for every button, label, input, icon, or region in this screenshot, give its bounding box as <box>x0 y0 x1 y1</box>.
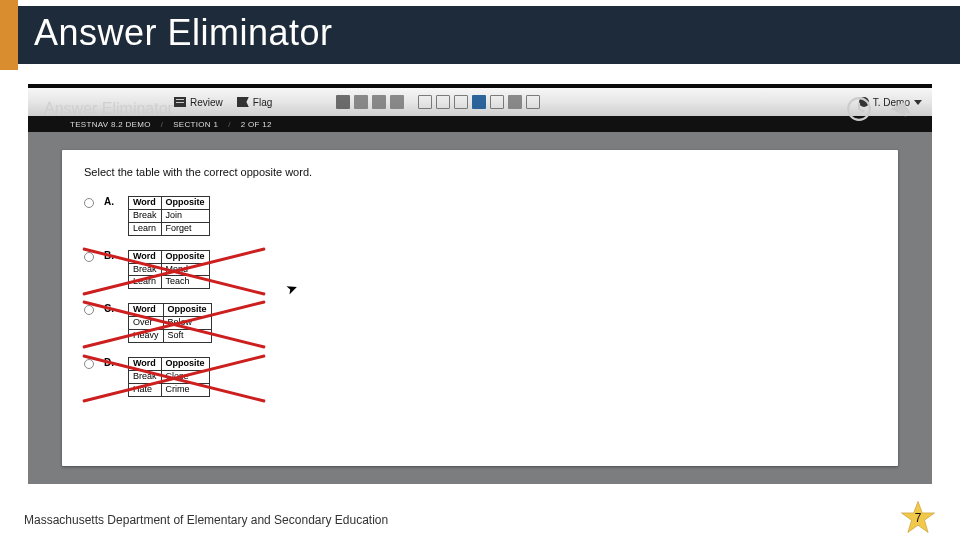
tool-icon[interactable] <box>418 95 432 109</box>
table-cell: Forget <box>161 222 209 235</box>
crumb-sep: / <box>161 120 164 129</box>
tool-icon[interactable] <box>436 95 450 109</box>
tool-icon[interactable] <box>354 95 368 109</box>
question-card: Select the table with the correct opposi… <box>62 150 898 466</box>
tool-icon[interactable] <box>508 95 522 109</box>
video-frame: Review Flag T. Demo TESTNAV 8.2 <box>28 84 932 484</box>
table-cell: Mend <box>161 263 209 276</box>
radio-icon[interactable] <box>84 252 94 262</box>
choice-label: C. <box>104 303 118 314</box>
breadcrumb: TESTNAV 8.2 DEMO / SECTION 1 / 2 OF 12 <box>28 116 932 132</box>
review-label: Review <box>190 97 223 108</box>
table-header-cell: Word <box>129 250 162 263</box>
tool-icon[interactable] <box>390 95 404 109</box>
page-number-star: 7 <box>900 500 936 536</box>
table-header-cell: Word <box>129 304 164 317</box>
watch-later-icon[interactable] <box>846 96 872 122</box>
choice-table: WordOppositeBreakCloseHateCrime <box>128 357 210 397</box>
table-header-cell: Opposite <box>161 197 209 210</box>
slide-footer: Massachusetts Department of Elementary a… <box>0 500 960 540</box>
answer-choice[interactable]: B.WordOppositeBreakMendLearnTeach <box>84 250 264 290</box>
footer-text: Massachusetts Department of Elementary a… <box>24 513 388 527</box>
table-cell: Close <box>161 370 209 383</box>
table-cell: Learn <box>129 222 162 235</box>
tool-group-2 <box>418 95 540 109</box>
tool-group-1 <box>336 95 404 109</box>
table-cell: Heavy <box>129 330 164 343</box>
choice-label: A. <box>104 196 118 207</box>
tool-icon[interactable] <box>490 95 504 109</box>
table-cell: Break <box>129 209 162 222</box>
table-header-cell: Word <box>129 197 162 210</box>
answer-eliminator-tool-icon[interactable] <box>472 95 486 109</box>
tool-icon[interactable] <box>454 95 468 109</box>
page-number: 7 <box>900 500 936 536</box>
table-cell: Learn <box>129 276 162 289</box>
table-cell: Break <box>129 370 162 383</box>
answer-choice[interactable]: A.WordOppositeBreakJoinLearnForget <box>84 196 264 236</box>
flag-button[interactable]: Flag <box>237 97 272 108</box>
radio-icon[interactable] <box>84 198 94 208</box>
tool-icon[interactable] <box>372 95 386 109</box>
crumb-sep: / <box>228 120 231 129</box>
video-overlay-title: Answer Eliminator <box>44 100 173 118</box>
slide-title-bar: Answer Eliminator <box>0 0 960 64</box>
flag-icon <box>237 97 249 107</box>
radio-icon[interactable] <box>84 359 94 369</box>
table-cell: Break <box>129 263 162 276</box>
table-header-cell: Opposite <box>161 358 209 371</box>
table-cell: Over <box>129 317 164 330</box>
table-header-cell: Opposite <box>161 250 209 263</box>
question-prompt: Select the table with the correct opposi… <box>84 166 876 178</box>
share-icon[interactable] <box>886 96 912 122</box>
table-header-cell: Opposite <box>163 304 211 317</box>
table-cell: Crime <box>161 383 209 396</box>
pointer-tool-icon[interactable] <box>336 95 350 109</box>
tool-icon[interactable] <box>526 95 540 109</box>
chevron-down-icon <box>914 100 922 105</box>
table-cell: Below <box>163 317 211 330</box>
review-button[interactable]: Review <box>174 97 223 108</box>
radio-icon[interactable] <box>84 305 94 315</box>
table-header-cell: Word <box>129 358 162 371</box>
crumb-product: TESTNAV 8.2 DEMO <box>70 120 151 129</box>
choice-label: B. <box>104 250 118 261</box>
answer-choice[interactable]: C.WordOppositeOverBelowHeavySoft <box>84 303 264 343</box>
crumb-progress: 2 OF 12 <box>241 120 272 129</box>
table-cell: Teach <box>161 276 209 289</box>
table-cell: Join <box>161 209 209 222</box>
table-cell: Hate <box>129 383 162 396</box>
slide-title: Answer Eliminator <box>34 12 333 54</box>
flag-label: Flag <box>253 97 272 108</box>
review-icon <box>174 97 186 107</box>
crumb-section: SECTION 1 <box>173 120 218 129</box>
choice-table: WordOppositeBreakJoinLearnForget <box>128 196 210 236</box>
choice-table: WordOppositeBreakMendLearnTeach <box>128 250 210 290</box>
answer-choice[interactable]: D.WordOppositeBreakCloseHateCrime <box>84 357 264 397</box>
work-area: Select the table with the correct opposi… <box>28 132 932 484</box>
choice-table: WordOppositeOverBelowHeavySoft <box>128 303 212 343</box>
table-cell: Soft <box>163 330 211 343</box>
choice-label: D. <box>104 357 118 368</box>
